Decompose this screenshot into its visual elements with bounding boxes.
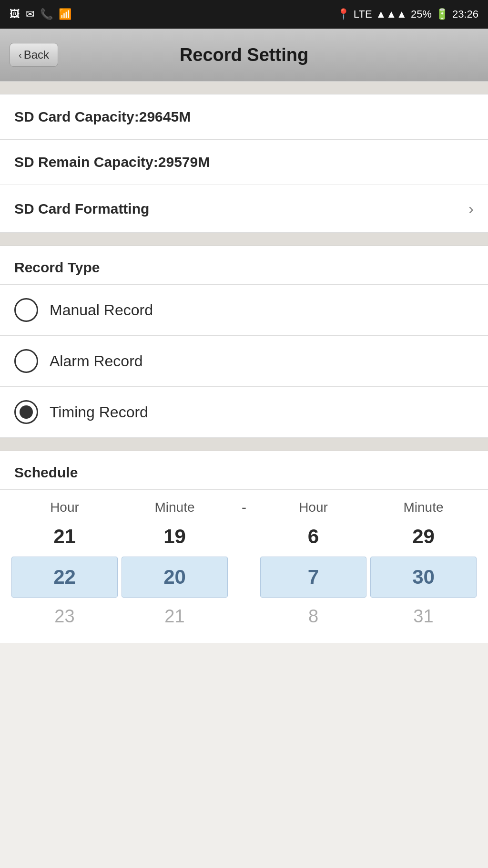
back-label: Back: [24, 48, 49, 62]
bottom-separator: [0, 438, 488, 451]
sd-capacity-text: SD Card Capacity:29645M: [14, 109, 191, 124]
timing-record-label: Timing Record: [50, 403, 148, 421]
manual-record-radio[interactable]: [14, 298, 38, 322]
end-minute-header: Minute: [368, 500, 478, 515]
top-separator: [0, 81, 488, 94]
start-minute-selected[interactable]: 20: [122, 557, 228, 598]
start-minute-above[interactable]: 19: [120, 520, 230, 553]
signal-icon: ▲▲▲: [376, 8, 407, 21]
start-hour-above[interactable]: 21: [10, 520, 120, 553]
alarm-record-radio[interactable]: [14, 349, 38, 373]
status-bar: 🖼 ✉ 📞 📶 📍 LTE ▲▲▲ 25% 🔋 23:26: [0, 0, 488, 29]
timing-record-radio[interactable]: [14, 400, 38, 424]
alarm-record-label: Alarm Record: [50, 352, 143, 370]
sd-format-label: SD Card Formatting: [14, 201, 149, 217]
time-picker: Hour Minute - Hour Minute 21 19 6 29: [0, 490, 488, 643]
location-icon: 📍: [337, 8, 350, 21]
start-minute-below[interactable]: 21: [120, 601, 230, 631]
status-icons: 🖼 ✉ 📞 📶: [10, 8, 71, 21]
chevron-right-icon: ›: [468, 199, 474, 218]
image-icon: 🖼: [10, 8, 20, 21]
email-icon: ✉: [26, 8, 34, 21]
phone-icon: 📞: [40, 8, 53, 21]
timing-record-row[interactable]: Timing Record: [0, 387, 488, 438]
time-picker-headers: Hour Minute - Hour Minute: [0, 499, 488, 516]
start-hour-selected[interactable]: 22: [11, 557, 118, 598]
battery-label: 25%: [411, 8, 432, 21]
page-title: Record Setting: [180, 45, 308, 65]
end-hour-header: Hour: [258, 500, 368, 515]
start-hour-below[interactable]: 23: [10, 601, 120, 631]
start-minute-header: Minute: [120, 500, 230, 515]
schedule-label: Schedule: [0, 451, 488, 490]
end-minute-below[interactable]: 31: [368, 601, 478, 631]
lte-label: LTE: [354, 8, 372, 21]
time-row-selected: 22 20 7 30: [0, 555, 488, 599]
time-range-separator: -: [230, 499, 258, 516]
end-minute-selected[interactable]: 30: [370, 557, 477, 598]
time-row-above: 21 19 6 29: [0, 520, 488, 553]
clock: 23:26: [452, 8, 478, 21]
battery-icon: 🔋: [436, 8, 448, 21]
alarm-record-row[interactable]: Alarm Record: [0, 336, 488, 387]
end-hour-above[interactable]: 6: [258, 520, 368, 553]
record-type-section: Record Type: [0, 246, 488, 285]
end-hour-below[interactable]: 8: [258, 601, 368, 631]
start-hour-header: Hour: [10, 500, 120, 515]
sd-capacity-row: SD Card Capacity:29645M: [0, 94, 488, 140]
end-hour-selected[interactable]: 7: [260, 557, 366, 598]
sd-format-row[interactable]: SD Card Formatting ›: [0, 185, 488, 233]
back-arrow-icon: ‹: [19, 50, 22, 61]
manual-record-row[interactable]: Manual Record: [0, 285, 488, 336]
wifi-icon: 📶: [59, 8, 71, 21]
mid-separator: [0, 233, 488, 246]
status-right: 📍 LTE ▲▲▲ 25% 🔋 23:26: [337, 8, 478, 21]
sd-remain-text: SD Remain Capacity:29579M: [14, 154, 210, 170]
back-button[interactable]: ‹ Back: [10, 43, 58, 67]
record-type-label: Record Type: [14, 259, 100, 275]
sd-remain-row: SD Remain Capacity:29579M: [0, 140, 488, 185]
time-row-below: 23 21 8 31: [0, 601, 488, 631]
schedule-section: Schedule Hour Minute - Hour Minute 21 19: [0, 451, 488, 643]
manual-record-label: Manual Record: [50, 301, 153, 319]
end-minute-above[interactable]: 29: [368, 520, 478, 553]
header: ‹ Back Record Setting: [0, 29, 488, 81]
